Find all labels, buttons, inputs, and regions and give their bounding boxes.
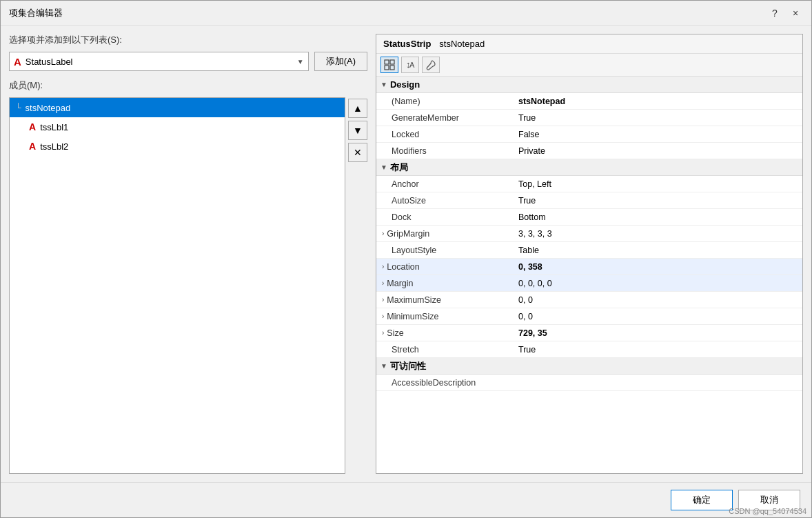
expand-icon: ›	[382, 329, 384, 337]
add-button[interactable]: 添加(A)	[314, 52, 367, 71]
expand-icon: ›	[382, 230, 384, 237]
list-item[interactable]: └ stsNotepad	[10, 98, 345, 117]
collapse-icon: ▼	[380, 81, 387, 88]
prop-name-label: › GripMargin	[376, 229, 514, 239]
svg-rect-3	[390, 66, 394, 70]
tree-line-icon: └	[15, 103, 21, 112]
svg-text:A: A	[409, 61, 415, 69]
dialog-footer: 确定 取消	[1, 482, 811, 517]
expand-icon: ›	[382, 279, 384, 287]
grid-view-button[interactable]	[380, 57, 398, 73]
prop-name-label: Modifiers	[376, 146, 514, 156]
prop-row-name: (Name) stsNotepad	[376, 93, 802, 110]
members-label: 成员(M):	[9, 79, 367, 92]
prop-value: 0, 358	[514, 262, 802, 272]
list-item[interactable]: A tssLbl1	[10, 117, 345, 137]
prop-row-anchor: Anchor Top, Left	[376, 176, 802, 192]
wrench-button[interactable]	[422, 57, 440, 73]
type-dropdown[interactable]: A StatusLabel ▼	[9, 52, 309, 71]
collapse-icon: ▼	[380, 362, 387, 370]
prop-name-label: › Margin	[376, 279, 514, 288]
members-area: └ stsNotepad A tssLbl1 A	[9, 97, 367, 474]
dialog-body: 选择项并添加到以下列表(S): A StatusLabel ▼ 添加(A) 成员…	[1, 26, 811, 482]
prop-name-label: › Size	[376, 328, 514, 338]
move-up-button[interactable]: ▲	[348, 99, 367, 118]
delete-button[interactable]: ✕	[348, 143, 367, 162]
prop-row-gripmargin: › GripMargin 3, 3, 3, 3	[376, 226, 802, 242]
props-grid[interactable]: ▼ Design (Name) stsNotepad GenerateMembe…	[376, 77, 802, 473]
prop-value: 0, 0	[514, 312, 802, 321]
type-icon: A	[29, 141, 36, 152]
prop-name-label: (Name)	[376, 97, 514, 106]
group-label-design: Design	[390, 79, 420, 90]
prop-value: Table	[514, 246, 802, 255]
prop-value: Private	[514, 146, 802, 156]
dialog: 项集合编辑器 ? × 选择项并添加到以下列表(S): A StatusLabel…	[0, 0, 812, 518]
wrench-icon	[425, 59, 436, 70]
svg-rect-0	[385, 60, 389, 64]
prop-name-label: Dock	[376, 212, 514, 222]
member-name: tssLbl2	[40, 141, 68, 152]
ok-button[interactable]: 确定	[671, 490, 733, 510]
dialog-title: 项集合编辑器	[9, 7, 63, 19]
prop-row-stretch: Stretch True	[376, 341, 802, 358]
prop-row-accessibledesc: AccessibleDescription	[376, 375, 802, 391]
prop-row-dock: Dock Bottom	[376, 209, 802, 226]
prop-row-modifiers: Modifiers Private	[376, 143, 802, 159]
close-button[interactable]: ×	[788, 6, 803, 21]
prop-value: Bottom	[514, 212, 802, 222]
prop-value: 729, 35	[514, 328, 802, 338]
prop-row-locked: Locked False	[376, 126, 802, 143]
prop-value: Top, Left	[514, 179, 802, 189]
prop-name-label: Anchor	[376, 179, 514, 189]
type-icon: A	[14, 56, 21, 68]
left-panel: 选择项并添加到以下列表(S): A StatusLabel ▼ 添加(A) 成员…	[9, 34, 367, 474]
group-header-design[interactable]: ▼ Design	[376, 77, 802, 93]
help-button[interactable]: ?	[767, 6, 782, 21]
dropdown-arrow-icon: ▼	[297, 58, 304, 66]
prop-row-layoutstyle: LayoutStyle Table	[376, 242, 802, 259]
prop-value: 0, 0	[514, 295, 802, 305]
group-header-accessibility[interactable]: ▼ 可访问性	[376, 358, 802, 375]
list-item[interactable]: A tssLbl2	[10, 137, 345, 156]
right-panel: StatusStrip stsNotepad ↕ A	[376, 34, 803, 474]
side-buttons: ▲ ▼ ✕	[348, 97, 367, 474]
prop-value: True	[514, 113, 802, 123]
props-component-name: stsNotepad	[439, 39, 485, 49]
prop-value: 3, 3, 3, 3	[514, 229, 802, 239]
prop-name-label: LayoutStyle	[376, 246, 514, 255]
type-icon: A	[29, 121, 36, 132]
prop-name-label: › Location	[376, 262, 514, 272]
prop-value: 0, 0, 0, 0	[514, 279, 802, 288]
member-name: tssLbl1	[40, 122, 68, 132]
watermark: CSDN @qq_54074534	[729, 507, 806, 515]
prop-name-label: › MinimumSize	[376, 312, 514, 321]
expand-icon: ›	[382, 296, 384, 303]
svg-rect-1	[390, 60, 394, 64]
prop-value: stsNotepad	[514, 97, 802, 106]
prop-row-minimumsize: › MinimumSize 0, 0	[376, 308, 802, 325]
prop-row-autosize: AutoSize True	[376, 192, 802, 209]
prop-row-location[interactable]: › Location 0, 358	[376, 259, 802, 275]
group-label-layout: 布局	[390, 161, 408, 174]
select-label: 选择项并添加到以下列表(S):	[9, 34, 367, 46]
prop-row-margin[interactable]: › Margin 0, 0, 0, 0	[376, 275, 802, 292]
collapse-icon: ▼	[380, 163, 387, 171]
group-header-layout[interactable]: ▼ 布局	[376, 159, 802, 176]
title-bar-right: ? ×	[767, 6, 803, 21]
prop-row-size: › Size 729, 35	[376, 325, 802, 341]
expand-icon: ›	[382, 312, 384, 320]
prop-value: False	[514, 130, 802, 139]
props-header: StatusStrip stsNotepad	[376, 34, 802, 54]
grid-icon	[384, 59, 395, 70]
sort-button[interactable]: ↕ A	[401, 57, 419, 73]
prop-name-label: AutoSize	[376, 196, 514, 206]
move-down-button[interactable]: ▼	[348, 121, 367, 140]
prop-row-maximumsize: › MaximumSize 0, 0	[376, 292, 802, 308]
prop-name-label: AccessibleDescription	[376, 378, 514, 388]
prop-name-label: › MaximumSize	[376, 295, 514, 305]
select-row: A StatusLabel ▼ 添加(A)	[9, 52, 367, 71]
group-label-accessibility: 可访问性	[390, 360, 426, 372]
expand-icon: ›	[382, 263, 384, 270]
prop-value: True	[514, 345, 802, 355]
